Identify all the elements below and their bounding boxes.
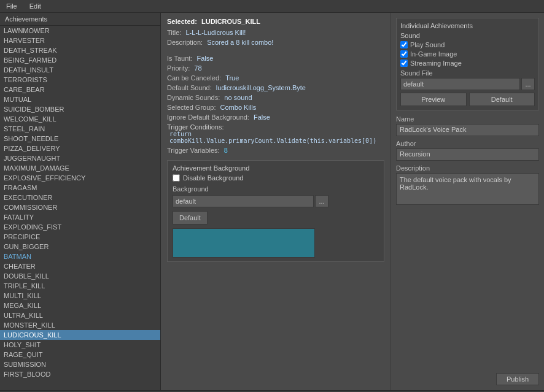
author-field: Author Recursion xyxy=(396,140,539,161)
list-item[interactable]: MAXIMUM_DAMAGE xyxy=(0,163,160,173)
trigger-conditions-section: Trigger Conditions: return comboKill.Val… xyxy=(167,123,384,144)
right-panel: Individual Achievements Sound Play Sound… xyxy=(391,13,544,390)
metadata-section: Name RadLock's Voice Pack Author Recursi… xyxy=(396,115,539,368)
list-item[interactable]: PRECIPICE xyxy=(0,232,160,242)
disable-background-checkbox[interactable] xyxy=(173,174,180,182)
description-field: Description The default voice pack with … xyxy=(396,164,539,205)
preview-image xyxy=(173,228,315,258)
list-item[interactable]: COMMISSIONER xyxy=(0,202,160,212)
name-field: Name RadLock's Voice Pack xyxy=(396,115,539,136)
list-item[interactable]: MEGA_KILL xyxy=(0,301,160,310)
background-browse-btn[interactable]: ... xyxy=(315,195,328,207)
trigger-code: return comboKill.Value.primaryCount.Vali… xyxy=(167,131,384,144)
in-game-image-row: In-Game Image xyxy=(400,50,535,58)
list-item[interactable]: FRAGASM xyxy=(0,183,160,193)
in-game-image-label: In-Game Image xyxy=(410,50,457,58)
list-item[interactable]: ULTRA_KILL xyxy=(0,310,160,320)
play-sound-row: Play Sound xyxy=(400,41,535,48)
list-item[interactable]: TERRORISTS xyxy=(0,75,160,85)
list-item[interactable]: JUGGERNAUGHT xyxy=(0,153,160,163)
sound-section-label: Sound xyxy=(400,32,535,39)
list-item[interactable]: DOUBLE_KILL xyxy=(0,271,160,281)
list-item[interactable]: LUDICROUS_KILL xyxy=(0,330,160,340)
publish-btn[interactable]: Publish xyxy=(496,373,539,385)
list-item[interactable]: GUN_BIGGER xyxy=(0,242,160,252)
description-row: Description: Scored a 8 kill combo! xyxy=(167,39,384,46)
description-value: The default voice pack with vocals by Ra… xyxy=(396,173,539,205)
ignore-default-row: Ignore Default Background: False xyxy=(167,113,384,121)
in-game-image-checkbox[interactable] xyxy=(400,50,408,58)
list-item[interactable]: BATMAN xyxy=(0,252,160,261)
middle-panel: Selected: LUDICROUS_KILL Title: L-L-L-Lu… xyxy=(161,13,391,390)
trigger-variables-row: Trigger Variables: 8 xyxy=(167,147,384,154)
list-item[interactable]: EXPLOSIVE_EFFICIENCY xyxy=(0,173,160,183)
individual-achievements-title: Individual Achievements xyxy=(400,22,535,29)
list-item[interactable]: EXECUTIONER xyxy=(0,193,160,202)
sound-file-row: ... xyxy=(400,78,535,90)
menu-bar: File Edit xyxy=(0,0,544,13)
dynamic-sounds-row: Dynamic Sounds: no sound xyxy=(167,94,384,101)
list-item[interactable]: STEEL_RAIN xyxy=(0,124,160,134)
sound-default-btn[interactable]: Default xyxy=(469,93,535,106)
background-input-row: ... xyxy=(173,195,379,207)
achievements-list[interactable]: LAWNMOWERHARVESTERDEATH_STREAKBEING_FARM… xyxy=(0,26,160,390)
author-value: Recursion xyxy=(396,148,539,161)
list-item[interactable]: DEATH_STREAK xyxy=(0,45,160,55)
disable-background-row: Disable Background xyxy=(173,174,379,182)
list-item[interactable]: CARE_BEAR xyxy=(0,85,160,94)
sound-file-input[interactable] xyxy=(400,78,520,90)
sound-file-label: Sound File xyxy=(400,69,535,77)
default-sound-row: Default Sound: ludicrouskill.ogg_System.… xyxy=(167,84,384,91)
list-item[interactable]: TRIPLE_KILL xyxy=(0,281,160,291)
can-be-canceled-row: Can be Canceled: True xyxy=(167,74,384,82)
priority-row: Priority: 78 xyxy=(167,64,384,72)
list-item[interactable]: CHEATER xyxy=(0,261,160,271)
title-row: Title: L-L-L-Ludicrous Kill! xyxy=(167,29,384,36)
selected-group-row: Selected Group: Combo Kills xyxy=(167,104,384,111)
achievements-title: Achievements xyxy=(0,13,160,26)
play-sound-checkbox[interactable] xyxy=(400,41,408,48)
menu-edit[interactable]: Edit xyxy=(23,1,47,11)
bg-section-title: Achievement Background xyxy=(173,164,379,172)
list-item[interactable]: PIZZA_DELIVERY xyxy=(0,144,160,153)
is-taunt-row: Is Taunt: False xyxy=(167,55,384,62)
selected-value: LUDICROUS_KILL xyxy=(201,18,260,25)
achievements-panel: Achievements LAWNMOWERHARVESTERDEATH_STR… xyxy=(0,13,161,390)
streaming-image-checkbox[interactable] xyxy=(400,60,408,67)
main-container: Achievements LAWNMOWERHARVESTERDEATH_STR… xyxy=(0,13,544,390)
list-item[interactable]: HOLY_SHIT xyxy=(0,340,160,350)
name-value: RadLock's Voice Pack xyxy=(396,124,539,136)
play-sound-label: Play Sound xyxy=(410,41,445,48)
list-item[interactable]: MULTI_KILL xyxy=(0,291,160,301)
list-item[interactable]: MONSTER_KILL xyxy=(0,320,160,330)
right-bottom-row: Publish xyxy=(396,368,539,385)
list-item[interactable]: MUTUAL xyxy=(0,94,160,104)
sound-browse-btn[interactable]: ... xyxy=(521,78,535,90)
background-label: Background xyxy=(173,185,379,193)
background-input[interactable] xyxy=(173,195,314,207)
list-item[interactable]: SHOOT_NEEDLE xyxy=(0,134,160,144)
list-item[interactable]: DEATH_INSULT xyxy=(0,65,160,75)
preview-default-row: Preview Default xyxy=(400,93,535,106)
background-default-btn[interactable]: Default xyxy=(173,211,208,225)
list-item[interactable]: HARVESTER xyxy=(0,36,160,45)
list-item[interactable]: SUICIDE_BOMBER xyxy=(0,104,160,114)
list-item[interactable]: FATALITY xyxy=(0,212,160,222)
list-item[interactable]: WELCOME_KILL xyxy=(0,114,160,124)
streaming-image-row: Streaming Image xyxy=(400,60,535,67)
list-item[interactable]: RAGE_QUIT xyxy=(0,350,160,359)
individual-achievements-section: Individual Achievements Sound Play Sound… xyxy=(396,18,539,110)
background-section: Achievement Background Disable Backgroun… xyxy=(167,160,384,262)
disable-background-label: Disable Background xyxy=(183,174,243,182)
list-item[interactable]: SUBMISSION xyxy=(0,359,160,369)
list-item[interactable]: BEING_FARMED xyxy=(0,55,160,65)
preview-btn[interactable]: Preview xyxy=(400,93,467,106)
list-item[interactable]: FIRST_BLOOD xyxy=(0,369,160,379)
streaming-image-label: Streaming Image xyxy=(410,60,462,67)
list-item[interactable]: EXPLODING_FIST xyxy=(0,222,160,232)
menu-file[interactable]: File xyxy=(0,1,23,11)
selected-label: Selected: LUDICROUS_KILL xyxy=(167,18,384,25)
list-item[interactable]: LAWNMOWER xyxy=(0,26,160,36)
